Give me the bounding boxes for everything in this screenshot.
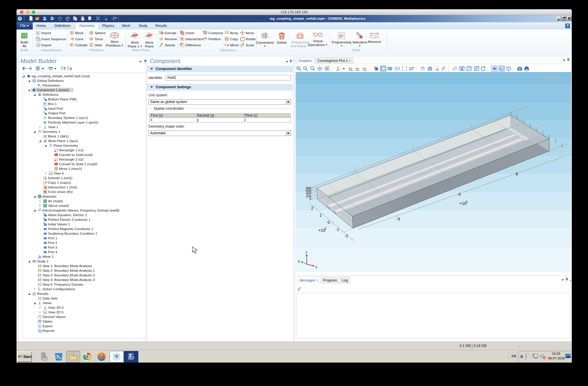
svg-text:-1: -1: [336, 227, 339, 232]
svg-text:x: x: [315, 265, 317, 269]
svg-text:0: 0: [328, 220, 330, 225]
svg-text:z: z: [306, 250, 307, 254]
svg-text:P: P: [38, 84, 40, 87]
svg-text:3: 3: [325, 227, 326, 230]
svg-text:D: D: [44, 223, 45, 224]
svg-text:1: 1: [319, 213, 322, 218]
svg-text:zx: zx: [364, 67, 366, 70]
svg-text:8.85: 8.85: [38, 315, 41, 317]
svg-text:5: 5: [516, 172, 518, 177]
svg-text:xy: xy: [44, 311, 46, 314]
svg-text:-5: -5: [396, 217, 400, 221]
svg-text:3: 3: [466, 200, 468, 203]
svg-text:2: 2: [311, 206, 313, 211]
svg-text:i: i: [40, 85, 41, 88]
svg-text:D: D: [44, 218, 45, 220]
svg-text:COMSOL: COMSOL: [544, 76, 561, 79]
svg-text:yz: yz: [357, 67, 359, 70]
svg-text:e-12: e-12: [38, 317, 41, 319]
svg-text:-2: -2: [344, 234, 348, 238]
svg-text:×10: ×10: [460, 201, 466, 206]
svg-text:0: 0: [458, 192, 461, 197]
svg-text:0: 0: [310, 197, 311, 201]
svg-text:y: y: [298, 259, 300, 263]
svg-text:×10: ×10: [318, 228, 325, 233]
svg-text:MULTIPHYSICS®: MULTIPHYSICS®: [537, 79, 561, 82]
svg-text:D: D: [44, 213, 45, 215]
svg-text:xy: xy: [49, 172, 52, 175]
svg-text:xy: xy: [350, 67, 352, 70]
